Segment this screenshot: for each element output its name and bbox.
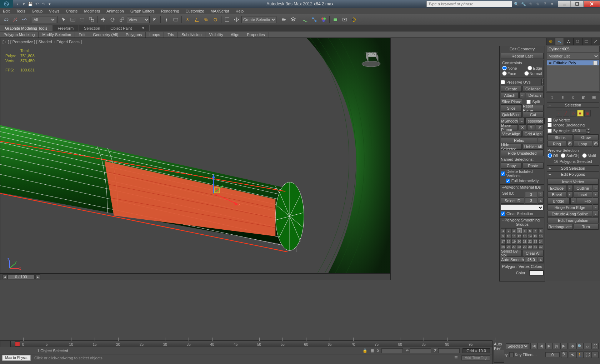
modifier-stack[interactable]: ▣Editable Poly — [547, 60, 599, 91]
smoothing-group-13[interactable]: 13 — [522, 234, 527, 239]
ribbon-tab-selection[interactable]: Selection — [79, 25, 105, 31]
manip-icon[interactable] — [162, 15, 171, 24]
key-filters-button[interactable]: Key Filters... — [515, 353, 537, 357]
bevel-settings-icon[interactable]: ▫ — [567, 191, 573, 198]
split-check[interactable] — [526, 100, 531, 104]
smoothing-group-30[interactable]: 30 — [528, 244, 532, 249]
tab-display[interactable] — [582, 38, 591, 45]
star-icon[interactable]: ☆ — [528, 1, 534, 7]
object-name-field[interactable] — [547, 46, 600, 52]
bind-spacewarp-icon[interactable] — [20, 15, 29, 24]
menu-tools[interactable]: Tools — [16, 9, 25, 13]
smoothing-group-17[interactable]: 17 — [501, 239, 506, 244]
attach-button[interactable]: Attach — [501, 92, 519, 98]
menu-graph-editors[interactable]: Graph Editors — [130, 9, 155, 13]
slider-right-icon[interactable]: ▸ — [35, 274, 40, 279]
time-ruler[interactable]: 0510152025303540455055606570758085909510… — [0, 340, 492, 347]
extrude-button[interactable]: Extrude — [548, 185, 566, 191]
menu-help[interactable]: Help — [236, 9, 244, 13]
planar-x-button[interactable]: X — [519, 124, 526, 130]
prev-frame-icon[interactable] — [538, 343, 545, 349]
rollout-material-ids[interactable]: Polygon: Material IDs — [500, 184, 544, 190]
select-id-field[interactable] — [525, 198, 537, 204]
stack-bulb-icon[interactable] — [593, 61, 598, 65]
planar-z-button[interactable]: Z — [536, 124, 544, 130]
smoothing-group-3[interactable]: 3 — [511, 228, 516, 233]
edit-tri-button[interactable]: Edit Triangulation — [548, 217, 599, 223]
rollout-soft-selection[interactable]: Soft Selection — [547, 165, 599, 171]
viewcube[interactable]: FRONT — [358, 45, 384, 70]
snap-toggle-icon[interactable]: 3 — [183, 15, 192, 24]
smoothing-group-24[interactable]: 24 — [538, 239, 543, 244]
named-sel-icon[interactable] — [223, 15, 231, 24]
vertex-color-swatch[interactable] — [529, 270, 544, 275]
minimize-button[interactable] — [558, 1, 571, 7]
smoothing-group-15[interactable]: 15 — [533, 234, 538, 239]
auto-smooth-value[interactable] — [525, 256, 537, 263]
time-config-icon[interactable]: ⏱ — [561, 351, 568, 358]
rollout-smoothing-groups[interactable]: Polygon: Smoothing Groups — [500, 217, 544, 227]
subobj-border[interactable]: ◇ — [570, 110, 576, 116]
edit-geometry-header[interactable]: Edit Geometry — [500, 46, 545, 52]
subribbon-geometry-all-[interactable]: Geometry (All) — [89, 32, 122, 38]
by-angle-check[interactable] — [548, 129, 552, 133]
smoothing-group-31[interactable]: 31 — [533, 244, 538, 249]
schematic-icon[interactable] — [310, 15, 319, 24]
link-icon[interactable] — [1, 15, 10, 24]
spinner-snap-icon[interactable] — [211, 15, 220, 24]
nav-orbit-icon[interactable]: ⟲ — [569, 351, 576, 358]
menu-create[interactable]: Create — [66, 9, 78, 13]
constraint-none[interactable] — [502, 66, 507, 70]
tab-utilities[interactable] — [591, 38, 600, 45]
smoothing-group-29[interactable]: 29 — [522, 244, 527, 249]
viewport[interactable]: x [ + ] [ Perspective ] [ Shaded + Edged… — [0, 38, 391, 274]
menu-animation[interactable]: Animation — [106, 9, 124, 13]
smoothing-group-16[interactable]: 16 — [538, 234, 543, 239]
hinge-settings-icon[interactable]: ▫ — [593, 204, 599, 210]
menu-modifiers[interactable]: Modifiers — [84, 9, 100, 13]
open-icon[interactable]: ▾ — [21, 1, 27, 7]
big-key-button[interactable] — [494, 350, 504, 363]
star2-icon[interactable]: ☆ — [535, 1, 541, 7]
bevel-button[interactable]: Bevel — [548, 191, 566, 198]
rollout-edit-polygons[interactable]: Edit Polygons — [547, 171, 599, 177]
material-editor-icon[interactable] — [319, 15, 328, 24]
current-frame-field[interactable] — [545, 352, 560, 357]
add-time-tag[interactable]: Add Time Tag — [461, 355, 490, 360]
smoothing-group-19[interactable]: 19 — [511, 239, 516, 244]
abs-rel-icon[interactable]: ▦ — [370, 348, 374, 353]
grow-button[interactable]: Grow — [574, 134, 599, 140]
coord-y-field[interactable] — [410, 348, 431, 353]
nav-fov-icon[interactable]: ▱ — [584, 343, 591, 349]
play-icon[interactable] — [545, 343, 552, 349]
nav-pan-icon[interactable]: ✥ — [569, 343, 576, 349]
repeat-last-button[interactable]: Repeat Last — [501, 53, 544, 59]
align-icon[interactable] — [280, 15, 288, 24]
subribbon-polygon-modeling[interactable]: Polygon Modeling — [0, 32, 39, 38]
subobj-edge[interactable]: ╱ — [563, 110, 569, 116]
curve-editor-icon[interactable] — [301, 15, 309, 24]
outline-button[interactable]: Outline — [574, 185, 592, 191]
shrink-button[interactable]: Shrink — [548, 134, 573, 140]
auto-smooth-button[interactable]: Auto Smooth — [501, 256, 524, 263]
nav-zoom-all-icon[interactable]: ⛶ — [591, 343, 599, 349]
subribbon-modify-selection[interactable]: Modify Selection — [39, 32, 75, 38]
rollout-selection[interactable]: Selection — [547, 102, 599, 108]
redo-icon[interactable]: ↷ — [40, 1, 46, 7]
slice-plane-button[interactable]: Slice Plane — [501, 99, 522, 105]
pivot-icon[interactable] — [150, 15, 159, 24]
clear-selection-check[interactable] — [501, 211, 505, 216]
named-paste-button[interactable]: Paste — [522, 163, 544, 169]
menu-edit[interactable]: Edit — [3, 9, 10, 13]
tab-motion[interactable] — [573, 38, 582, 45]
nav-min-icon[interactable]: ▫ — [591, 351, 599, 358]
create-button[interactable]: Create — [501, 86, 522, 92]
exspline-settings-icon[interactable]: ▫ — [593, 211, 599, 217]
full-interactivity-check[interactable] — [506, 179, 510, 183]
preview-subobj[interactable] — [561, 153, 565, 158]
subribbon-loops[interactable]: Loops — [146, 32, 164, 38]
ignore-backfacing-check[interactable] — [548, 123, 552, 127]
viewport-label[interactable]: [ + ] [ Perspective ] [ Shaded + Edged F… — [2, 40, 82, 44]
bridge-button[interactable]: Bridge — [548, 198, 570, 204]
smoothing-group-10[interactable]: 10 — [506, 234, 511, 239]
